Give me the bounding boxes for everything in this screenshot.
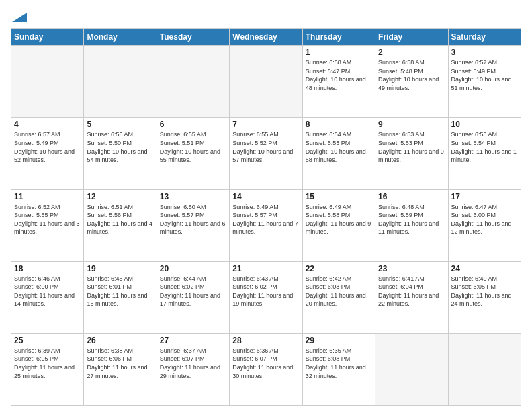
- day-info: Sunrise: 6:57 AMSunset: 5:49 PMDaylight:…: [451, 58, 518, 92]
- weekday-sunday: Sunday: [11, 29, 84, 46]
- day-cell: 6Sunrise: 6:55 AMSunset: 5:51 PMDaylight…: [157, 118, 229, 189]
- day-number: 11: [14, 192, 81, 201]
- day-number: 9: [378, 120, 445, 129]
- day-number: 23: [378, 264, 445, 273]
- weekday-wednesday: Wednesday: [230, 29, 302, 46]
- day-number: 21: [232, 264, 299, 273]
- logo-icon: [12, 13, 27, 22]
- day-cell: 2Sunrise: 6:58 AMSunset: 5:48 PMDaylight…: [375, 46, 448, 118]
- day-cell: 27Sunrise: 6:37 AMSunset: 6:07 PMDayligh…: [157, 333, 229, 405]
- day-number: 19: [87, 264, 153, 273]
- week-row-5: 25Sunrise: 6:39 AMSunset: 6:05 PMDayligh…: [11, 333, 521, 405]
- weekday-thursday: Thursday: [302, 29, 375, 46]
- day-cell: 12Sunrise: 6:51 AMSunset: 5:56 PMDayligh…: [84, 189, 157, 261]
- weekday-friday: Friday: [375, 29, 448, 46]
- day-info: Sunrise: 6:45 AMSunset: 6:01 PMDaylight:…: [87, 275, 153, 308]
- day-number: 7: [232, 120, 299, 129]
- week-row-3: 11Sunrise: 6:52 AMSunset: 5:55 PMDayligh…: [11, 189, 521, 261]
- day-info: Sunrise: 6:48 AMSunset: 5:59 PMDaylight:…: [378, 203, 445, 236]
- day-info: Sunrise: 6:35 AMSunset: 6:08 PMDaylight:…: [306, 347, 372, 380]
- day-number: 24: [451, 264, 518, 273]
- day-cell: 28Sunrise: 6:36 AMSunset: 6:07 PMDayligh…: [230, 333, 302, 405]
- svg-marker-0: [12, 13, 27, 22]
- day-info: Sunrise: 6:49 AMSunset: 5:58 PMDaylight:…: [306, 203, 372, 236]
- day-info: Sunrise: 6:56 AMSunset: 5:50 PMDaylight:…: [87, 130, 153, 164]
- day-cell: 14Sunrise: 6:49 AMSunset: 5:57 PMDayligh…: [230, 189, 302, 261]
- day-info: Sunrise: 6:44 AMSunset: 6:02 PMDaylight:…: [160, 275, 226, 308]
- week-row-1: 1Sunrise: 6:58 AMSunset: 5:47 PMDaylight…: [11, 46, 521, 118]
- day-info: Sunrise: 6:54 AMSunset: 5:53 PMDaylight:…: [306, 130, 372, 164]
- day-number: 14: [232, 192, 299, 201]
- day-number: 15: [306, 192, 372, 201]
- day-cell: 7Sunrise: 6:55 AMSunset: 5:52 PMDaylight…: [230, 118, 302, 189]
- weekday-header-row: SundayMondayTuesdayWednesdayThursdayFrid…: [11, 29, 521, 46]
- day-cell: 3Sunrise: 6:57 AMSunset: 5:49 PMDaylight…: [448, 46, 521, 118]
- day-cell: 29Sunrise: 6:35 AMSunset: 6:08 PMDayligh…: [302, 333, 375, 405]
- day-cell: [84, 46, 157, 118]
- day-info: Sunrise: 6:43 AMSunset: 6:02 PMDaylight:…: [232, 275, 299, 308]
- day-cell: 20Sunrise: 6:44 AMSunset: 6:02 PMDayligh…: [157, 261, 229, 333]
- day-number: 22: [306, 264, 372, 273]
- day-cell: [11, 46, 84, 118]
- day-info: Sunrise: 6:39 AMSunset: 6:05 PMDaylight:…: [14, 347, 81, 380]
- day-info: Sunrise: 6:41 AMSunset: 6:04 PMDaylight:…: [378, 275, 445, 308]
- day-cell: 25Sunrise: 6:39 AMSunset: 6:05 PMDayligh…: [11, 333, 84, 405]
- day-number: 25: [14, 336, 81, 345]
- day-cell: 18Sunrise: 6:46 AMSunset: 6:00 PMDayligh…: [11, 261, 84, 333]
- day-info: Sunrise: 6:46 AMSunset: 6:00 PMDaylight:…: [14, 275, 81, 308]
- day-cell: 16Sunrise: 6:48 AMSunset: 5:59 PMDayligh…: [375, 189, 448, 261]
- day-info: Sunrise: 6:52 AMSunset: 5:55 PMDaylight:…: [14, 203, 81, 236]
- day-info: Sunrise: 6:42 AMSunset: 6:03 PMDaylight:…: [306, 275, 372, 308]
- day-number: 6: [160, 120, 226, 129]
- day-cell: 8Sunrise: 6:54 AMSunset: 5:53 PMDaylight…: [302, 118, 375, 189]
- day-number: 16: [378, 192, 445, 201]
- day-cell: 9Sunrise: 6:53 AMSunset: 5:53 PMDaylight…: [375, 118, 448, 189]
- day-info: Sunrise: 6:55 AMSunset: 5:51 PMDaylight:…: [160, 130, 226, 164]
- day-info: Sunrise: 6:53 AMSunset: 5:53 PMDaylight:…: [378, 130, 445, 164]
- day-number: 17: [451, 192, 518, 201]
- day-cell: 22Sunrise: 6:42 AMSunset: 6:03 PMDayligh…: [302, 261, 375, 333]
- day-cell: 11Sunrise: 6:52 AMSunset: 5:55 PMDayligh…: [11, 189, 84, 261]
- weekday-tuesday: Tuesday: [157, 29, 229, 46]
- day-number: 3: [451, 48, 518, 57]
- day-number: 27: [160, 336, 226, 345]
- day-cell: 17Sunrise: 6:47 AMSunset: 6:00 PMDayligh…: [448, 189, 521, 261]
- day-info: Sunrise: 6:57 AMSunset: 5:49 PMDaylight:…: [14, 130, 81, 164]
- day-number: 1: [306, 48, 372, 57]
- day-number: 10: [451, 120, 518, 129]
- day-number: 12: [87, 192, 153, 201]
- day-cell: 1Sunrise: 6:58 AMSunset: 5:47 PMDaylight…: [302, 46, 375, 118]
- day-number: 13: [160, 192, 226, 201]
- day-info: Sunrise: 6:38 AMSunset: 6:06 PMDaylight:…: [87, 347, 153, 380]
- day-info: Sunrise: 6:49 AMSunset: 5:57 PMDaylight:…: [232, 203, 299, 236]
- day-info: Sunrise: 6:37 AMSunset: 6:07 PMDaylight:…: [160, 347, 226, 380]
- day-number: 8: [306, 120, 372, 129]
- day-number: 2: [378, 48, 445, 57]
- weekday-saturday: Saturday: [448, 29, 521, 46]
- day-cell: [375, 333, 448, 405]
- day-number: 20: [160, 264, 226, 273]
- day-number: 4: [14, 120, 81, 129]
- weekday-monday: Monday: [84, 29, 157, 46]
- day-cell: 26Sunrise: 6:38 AMSunset: 6:06 PMDayligh…: [84, 333, 157, 405]
- day-info: Sunrise: 6:50 AMSunset: 5:57 PMDaylight:…: [160, 203, 226, 236]
- day-cell: 21Sunrise: 6:43 AMSunset: 6:02 PMDayligh…: [230, 261, 302, 333]
- day-cell: [157, 46, 229, 118]
- logo: [11, 8, 27, 24]
- day-info: Sunrise: 6:40 AMSunset: 6:05 PMDaylight:…: [451, 275, 518, 308]
- day-number: 26: [87, 336, 153, 345]
- day-info: Sunrise: 6:51 AMSunset: 5:56 PMDaylight:…: [87, 203, 153, 236]
- calendar: SundayMondayTuesdayWednesdayThursdayFrid…: [11, 28, 521, 406]
- day-number: 29: [306, 336, 372, 345]
- day-cell: [448, 333, 521, 405]
- day-info: Sunrise: 6:47 AMSunset: 6:00 PMDaylight:…: [451, 203, 518, 236]
- day-cell: 15Sunrise: 6:49 AMSunset: 5:58 PMDayligh…: [302, 189, 375, 261]
- day-cell: 5Sunrise: 6:56 AMSunset: 5:50 PMDaylight…: [84, 118, 157, 189]
- day-info: Sunrise: 6:58 AMSunset: 5:48 PMDaylight:…: [378, 58, 445, 92]
- day-info: Sunrise: 6:55 AMSunset: 5:52 PMDaylight:…: [232, 130, 299, 164]
- day-info: Sunrise: 6:53 AMSunset: 5:54 PMDaylight:…: [451, 130, 518, 164]
- day-info: Sunrise: 6:58 AMSunset: 5:47 PMDaylight:…: [306, 58, 372, 92]
- week-row-2: 4Sunrise: 6:57 AMSunset: 5:49 PMDaylight…: [11, 118, 521, 189]
- day-cell: 13Sunrise: 6:50 AMSunset: 5:57 PMDayligh…: [157, 189, 229, 261]
- day-cell: 4Sunrise: 6:57 AMSunset: 5:49 PMDaylight…: [11, 118, 84, 189]
